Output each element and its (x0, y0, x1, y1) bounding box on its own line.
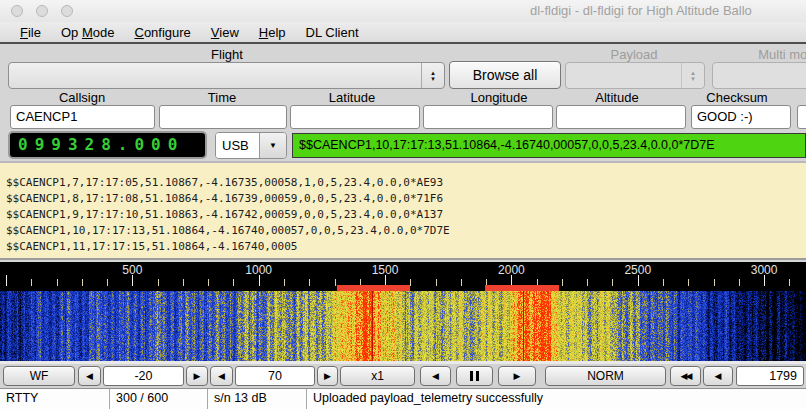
ruler-label: 1000 (245, 263, 272, 277)
mode-dropdown-icon[interactable]: ▼ (259, 133, 286, 158)
menu-item-configure[interactable]: Configure (124, 23, 200, 42)
carrier-decrease-button[interactable]: ◀ (703, 366, 733, 386)
waterfall-frequency-ruler[interactable]: 50010001500200025003000 (0, 262, 806, 291)
wf-zoom-button[interactable]: x1 (340, 366, 415, 386)
browse-all-button[interactable]: Browse all (449, 61, 561, 89)
payload-select[interactable]: ▴▾ (565, 62, 705, 89)
column-header-time: Time (208, 90, 236, 105)
wf-speed-button[interactable]: NORM (545, 366, 666, 386)
longitude-field[interactable] (423, 105, 553, 129)
altitude-field[interactable] (556, 105, 686, 129)
column-header-checksum: Checksum (706, 90, 767, 105)
ruler-tick (233, 279, 234, 286)
wf-shift-right-button[interactable]: ▶ (498, 366, 536, 386)
column-header-longitude: Longitude (470, 90, 527, 105)
ruler-tick (284, 279, 285, 286)
ruler-tick (208, 279, 209, 286)
ruler-tick (714, 279, 715, 286)
left-arrow-icon: ◀ (715, 371, 722, 381)
status-message: Uploaded payload_telemetry successfully (307, 389, 806, 409)
column-header-altitude: Altitude (595, 90, 638, 105)
menu-item-help[interactable]: Help (249, 23, 296, 42)
ruler-tick (183, 279, 184, 286)
ruler-label: 1500 (372, 263, 399, 277)
left-arrow-icon: ◀ (218, 371, 225, 381)
status-shift[interactable]: 300 / 600 (110, 389, 208, 409)
window-title: dl-fldigi - dl-fldigi for High Altitude … (530, 3, 752, 18)
pause-icon (470, 371, 479, 381)
menu-item-file[interactable]: File (10, 23, 51, 42)
ruler-tick (158, 279, 159, 286)
ampspan-decrease-button[interactable]: ◀ (78, 366, 101, 386)
ruler-label: 2000 (498, 263, 525, 277)
left-arrow-icon: ◀ (432, 371, 439, 381)
latitude-field[interactable] (290, 105, 420, 129)
right-arrow-icon: ▶ (324, 371, 331, 381)
flight-select[interactable]: ▴▾ (8, 62, 445, 89)
ruler-tick (461, 279, 462, 286)
close-button[interactable] (11, 5, 23, 17)
ref-value-field[interactable]: 70 (235, 366, 315, 386)
ruler-tick (739, 279, 740, 286)
ruler-label: 3000 (751, 263, 778, 277)
double-left-arrow-icon: ◀◀ (681, 371, 691, 381)
waterfall-control-bar: WF ◀ -20 ▶ ◀ 70 ▶ x1 ◀ ▶ NORM ◀◀ ◀ 1799 (0, 364, 806, 388)
dl-fldigi-window: dl-fldigi - dl-fldigi for High Altitude … (0, 0, 806, 409)
zoom-button[interactable] (61, 5, 73, 17)
ref-increase-button[interactable]: ▶ (317, 366, 338, 386)
menu-item-view[interactable]: View (201, 23, 249, 42)
wf-pause-button[interactable] (456, 366, 493, 386)
status-snr: s/n 13 dB (208, 389, 307, 409)
multi-mode-field[interactable] (712, 62, 806, 89)
column-header-callsign: Callsign (59, 90, 105, 105)
partial-field[interactable] (797, 105, 806, 129)
frequency-display[interactable]: 099328.000 (8, 131, 207, 159)
payload-select-stepper-icon[interactable]: ▴▾ (681, 63, 704, 88)
column-header-latitude: Latitude (329, 90, 375, 105)
checksum-field[interactable]: GOOD :-) (691, 105, 791, 129)
ruler-tick (663, 279, 664, 286)
status-mode[interactable]: RTTY (0, 389, 110, 409)
ampspan-increase-button[interactable]: ▶ (186, 366, 208, 386)
ruler-tick (789, 279, 790, 286)
wf-shift-left-button[interactable]: ◀ (420, 366, 451, 386)
mode-select[interactable]: USB ▼ (215, 132, 287, 159)
ruler-tick (612, 279, 613, 286)
ruler-label: 500 (122, 263, 142, 277)
ruler-tick (309, 279, 310, 286)
right-arrow-icon: ▶ (514, 371, 521, 381)
callsign-field[interactable]: CAENCP1 (10, 105, 155, 129)
ruler-tick (335, 279, 336, 286)
waterfall-display[interactable] (0, 291, 806, 361)
carrier-fast-decrease-button[interactable]: ◀◀ (670, 366, 701, 386)
decoded-telemetry-banner: $$CAENCP1,10,17:17:13,51.10864,-4.16740,… (292, 133, 806, 158)
time-field[interactable] (159, 105, 287, 129)
rx-text-area[interactable]: $$CAENCP1,7,17:17:05,51.10867,-4.16735,0… (0, 161, 806, 260)
ruler-tick (82, 279, 83, 286)
ruler-tick (57, 279, 58, 286)
payload-label: Payload (611, 47, 658, 62)
left-arrow-icon: ◀ (86, 371, 93, 381)
flight-label: Flight (211, 47, 243, 62)
ruler-tick (6, 275, 7, 286)
ruler-tick (436, 279, 437, 286)
flight-select-stepper-icon[interactable]: ▴▾ (421, 63, 444, 88)
wf-mode-button[interactable]: WF (3, 366, 75, 386)
menu-item-dl-client[interactable]: DL Client (296, 23, 369, 42)
right-arrow-icon: ▶ (194, 371, 201, 381)
title-bar[interactable]: dl-fldigi - dl-fldigi for High Altitude … (0, 0, 806, 23)
ref-decrease-button[interactable]: ◀ (210, 366, 233, 386)
ampspan-value-field[interactable]: -20 (103, 366, 184, 386)
ruler-tick (688, 279, 689, 286)
menu-bar: FileOp ModeConfigureViewHelpDL Client (0, 22, 806, 44)
ruler-tick (410, 279, 411, 286)
ruler-tick (107, 279, 108, 286)
mode-value: USB (216, 133, 259, 158)
ruler-label: 2500 (624, 263, 651, 277)
ruler-tick (31, 279, 32, 286)
carrier-frequency-field[interactable]: 1799 (736, 366, 804, 386)
status-bar: RTTY 300 / 600 s/n 13 dB Uploaded payloa… (0, 388, 806, 409)
multi-mode-label: Multi mode (758, 47, 806, 62)
minimize-button[interactable] (36, 5, 48, 17)
menu-item-op-mode[interactable]: Op Mode (51, 23, 125, 42)
